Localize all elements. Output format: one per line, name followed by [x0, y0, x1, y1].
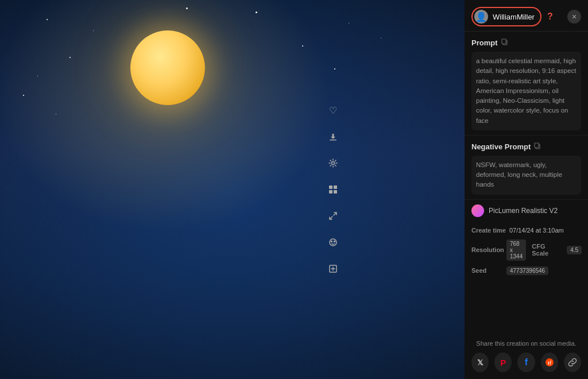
negative-prompt-text: NSFW, watermark, ugly, deformed, long ne… — [471, 156, 581, 195]
negative-prompt-section: Negative Prompt NSFW, watermark, ugly, d… — [465, 136, 588, 200]
seed-value: 47737396546 — [506, 266, 548, 275]
close-button[interactable]: × — [567, 10, 581, 24]
create-time-row: Create time 07/14/24 at 3:10am — [471, 224, 581, 237]
prompt-text: a beautiful celestial mermaid, high deta… — [471, 52, 581, 130]
resolution-label: Resolution — [471, 246, 503, 253]
expand-icon[interactable] — [325, 261, 341, 277]
negative-prompt-copy-icon[interactable] — [534, 142, 541, 151]
svg-rect-62 — [502, 39, 506, 44]
share-x-button[interactable]: 𝕏 — [471, 353, 489, 372]
face-fix-icon[interactable] — [325, 234, 341, 250]
model-name-label: PicLumen Realistic V2 — [489, 207, 558, 215]
prompt-section: Prompt a beautiful celestial mermaid, hi… — [465, 32, 588, 136]
svg-rect-55 — [329, 190, 332, 194]
seed-label: Seed — [471, 267, 503, 274]
grid-icon[interactable] — [325, 181, 341, 198]
svg-rect-51 — [330, 140, 336, 141]
cfg-scale-label: CFG Scale — [532, 243, 563, 257]
svg-rect-56 — [334, 190, 337, 194]
username-label: WilliamMiller — [493, 13, 535, 21]
panel-header: 👤 WilliamMiller ? × — [465, 0, 588, 32]
help-icon[interactable]: ? — [547, 11, 553, 22]
avatar: 👤 — [474, 10, 488, 24]
share-facebook-button[interactable]: f — [517, 353, 535, 372]
resolution-row: Resolution 768 x 1344 CFG Scale 4.5 — [471, 237, 581, 264]
share-reddit-button[interactable]: r/ — [541, 353, 558, 372]
share-buttons: 𝕏 P f r/ — [471, 353, 581, 372]
seed-row: Seed 47737396546 — [471, 264, 581, 278]
image-area: ♡ — [0, 0, 465, 379]
prompt-title: Prompt — [471, 38, 498, 47]
prompt-copy-icon[interactable] — [501, 38, 508, 47]
svg-point-59 — [334, 241, 335, 242]
svg-rect-64 — [535, 143, 539, 148]
svg-point-58 — [331, 241, 332, 242]
upscale-icon[interactable] — [325, 208, 341, 224]
user-profile-button[interactable]: 👤 WilliamMiller — [471, 7, 541, 26]
svg-text:r/: r/ — [548, 360, 552, 366]
share-pinterest-button[interactable]: P — [494, 353, 512, 372]
download-icon[interactable] — [325, 129, 341, 145]
model-row: PicLumen Realistic V2 — [465, 200, 588, 222]
svg-point-52 — [332, 162, 335, 165]
prompt-section-header: Prompt — [471, 38, 581, 47]
user-avatar-icon: 👤 — [475, 11, 487, 22]
right-panel: 👤 WilliamMiller ? × Prompt a beautiful c… — [465, 0, 588, 379]
create-time-label: Create time — [471, 227, 506, 234]
side-icon-panel: ♡ — [325, 102, 341, 277]
resolution-value: 768 x 1344 — [506, 239, 526, 261]
share-section: Share this creation on social media. 𝕏 P… — [465, 333, 588, 379]
settings-icon[interactable] — [325, 155, 341, 171]
negative-prompt-header: Negative Prompt — [471, 142, 581, 151]
cfg-scale-value: 4.5 — [567, 246, 582, 254]
stars-decoration — [0, 0, 465, 379]
meta-section: Create time 07/14/24 at 3:10am Resolutio… — [465, 222, 588, 283]
svg-rect-54 — [334, 185, 337, 189]
share-link-button[interactable] — [564, 353, 581, 372]
negative-prompt-title: Negative Prompt — [471, 142, 531, 151]
like-icon[interactable]: ♡ — [325, 102, 341, 118]
share-title: Share this creation on social media. — [471, 340, 581, 347]
model-avatar — [471, 204, 484, 217]
svg-rect-53 — [329, 185, 332, 189]
create-time-value: 07/14/24 at 3:10am — [509, 227, 564, 234]
moon-element — [130, 30, 205, 105]
